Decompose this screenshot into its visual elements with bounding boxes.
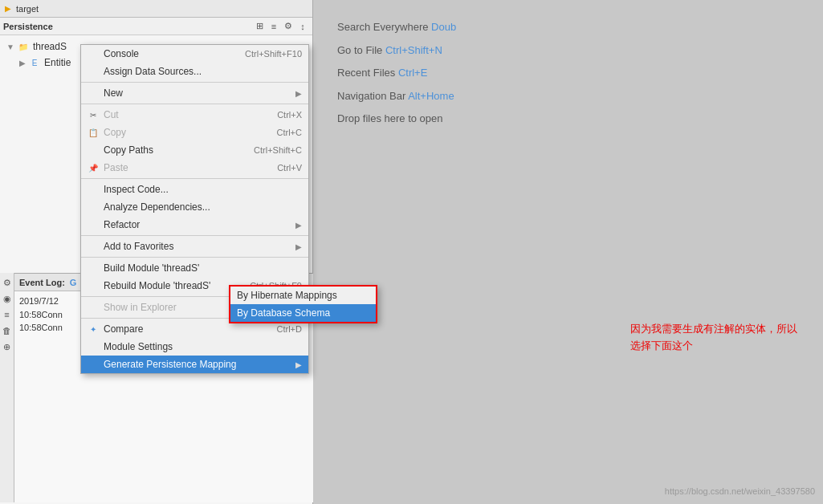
generate-arrow: ▶ [295, 360, 302, 369]
side-icon-5[interactable]: ⊕ [1, 340, 14, 353]
settings-icon[interactable]: ⚙ [282, 20, 295, 33]
shortcut-label-3: Recent Files [337, 67, 395, 79]
rebuild-icon [88, 280, 99, 291]
align-icon[interactable]: ≡ [267, 20, 280, 33]
menu-label-favorites: Add to Favorites [104, 241, 291, 252]
right-area: Search Everywhere Doub Go to File Ctrl+S… [313, 0, 823, 504]
submenu-label-hibernate: By Hibernate Mappings [237, 290, 337, 301]
menu-label-analyze: Analyze Dependencies... [104, 201, 302, 213]
event-log-status: G [70, 278, 77, 287]
menu-label-module-settings: Module Settings [104, 341, 302, 352]
menu-label-new: New [104, 87, 291, 99]
annotation-content: 因为我需要生成有注解的实体，所以选择下面这个 [630, 323, 797, 352]
menu-item-paste: 📌 Paste Ctrl+V [81, 159, 308, 177]
log-date-1: 2019/7/12 [19, 296, 59, 306]
shortcut-label-1: Search Everywhere [337, 21, 428, 33]
submenu-item-hibernate[interactable]: By Hibernate Mappings [230, 287, 376, 304]
menu-label-compare: Compare [104, 323, 272, 335]
breadcrumb-arrow: ▶ [5, 4, 11, 13]
analyze-icon [88, 201, 99, 213]
refactor-arrow: ▶ [295, 221, 302, 230]
shortcut-key-4b: Alt+Home [408, 90, 454, 102]
menu-label-rebuild: Rebuild Module 'threadS' [104, 280, 245, 291]
menu-shortcut-compare: Ctrl+D [277, 324, 302, 334]
entity-icon: E [29, 57, 40, 68]
menu-label-copy: Copy [104, 127, 272, 138]
explorer-icon [88, 302, 99, 313]
menu-item-assign[interactable]: Assign Data Sources... [81, 63, 308, 80]
menu-label-paste: Paste [104, 162, 272, 173]
inspect-icon [88, 184, 99, 195]
menu-label-generate-persistence: Generate Persistence Mapping [104, 359, 291, 370]
menu-item-module-settings[interactable]: Module Settings [81, 338, 308, 356]
cut-icon: ✂ [88, 109, 99, 120]
menu-item-console[interactable]: Console Ctrl+Shift+F10 [81, 45, 308, 63]
event-log-title: Event Log: [19, 278, 65, 287]
menu-label-refactor: Refactor [104, 219, 291, 230]
side-icon-4[interactable]: 🗑 [1, 324, 14, 337]
menu-item-generate-persistence[interactable]: Generate Persistence Mapping ▶ [81, 356, 308, 373]
menu-item-build[interactable]: Build Module 'threadS' [81, 259, 308, 277]
separator-2 [81, 104, 308, 104]
generate-icon [88, 359, 99, 370]
shortcut-label-4: Navigation Bar [337, 90, 405, 102]
menu-item-analyze[interactable]: Analyze Dependencies... [81, 198, 308, 216]
menu-item-copy: 📋 Copy Ctrl+C [81, 124, 308, 141]
menu-shortcut-console: Ctrl+Shift+F10 [245, 49, 302, 59]
expand-icon[interactable]: ↕ [296, 20, 309, 33]
side-icon-1[interactable]: ⚙ [1, 276, 14, 289]
submenu-item-database[interactable]: By Database Schema [230, 304, 376, 322]
shortcut-label-2: Go to File [337, 44, 382, 56]
menu-label-copy-paths: Copy Paths [104, 144, 249, 156]
copy-paths-icon [88, 144, 99, 156]
menu-label-console: Console [104, 48, 240, 59]
favorites-arrow: ▶ [295, 242, 302, 251]
new-arrow: ▶ [295, 89, 302, 98]
shortcut-item-3: Recent Files Ctrl+E [337, 62, 799, 85]
shortcut-key-2b: Ctrl+Shift+N [385, 44, 442, 56]
shortcut-item-1: Search Everywhere Doub [337, 16, 799, 39]
log-text-2: 10:58Conn [19, 323, 63, 332]
folder-icon: 📁 [18, 41, 29, 52]
tree-item-threads-label: threadS [33, 41, 67, 52]
separator-4 [81, 235, 308, 236]
side-icon-2[interactable]: ◉ [1, 292, 14, 305]
menu-item-favorites[interactable]: Add to Favorites ▶ [81, 238, 308, 255]
shortcuts-panel: Search Everywhere Doub Go to File Ctrl+S… [313, 0, 823, 147]
menu-shortcut-paste: Ctrl+V [277, 163, 302, 173]
menu-item-refactor[interactable]: Refactor ▶ [81, 216, 308, 234]
build-icon [88, 262, 99, 274]
menu-shortcut-copy: Ctrl+C [277, 128, 302, 137]
menu-item-copy-paths[interactable]: Copy Paths Ctrl+Shift+C [81, 141, 308, 159]
persistence-toolbar: Persistence ⊞ ≡ ⚙ ↕ [0, 18, 312, 35]
persistence-title: Persistence [3, 22, 251, 31]
submenu: By Hibernate Mappings By Database Schema [229, 285, 377, 323]
console-icon [88, 48, 99, 59]
tree-item-entities-label: Entitie [44, 57, 71, 68]
separator-5 [81, 257, 308, 258]
tree-arrow-entities: ▶ [19, 59, 26, 67]
side-icons-panel: ⚙ ◉ ≡ 🗑 ⊕ [0, 273, 14, 502]
submenu-label-database: By Database Schema [237, 307, 330, 319]
menu-shortcut-cut: Ctrl+X [277, 110, 302, 120]
separator-3 [81, 178, 308, 179]
shortcut-key-1: Doub [431, 21, 456, 33]
side-icon-3[interactable]: ≡ [1, 308, 14, 321]
module-settings-icon [88, 341, 99, 352]
shortcut-item-2: Go to File Ctrl+Shift+N [337, 39, 799, 63]
menu-label-assign: Assign Data Sources... [104, 66, 302, 77]
menu-item-cut: ✂ Cut Ctrl+X [81, 106, 308, 124]
shortcut-key-3b: Ctrl+E [398, 67, 427, 79]
menu-item-new[interactable]: New ▶ [81, 84, 308, 102]
menu-item-inspect[interactable]: Inspect Code... [81, 181, 308, 198]
menu-label-inspect: Inspect Code... [104, 184, 302, 195]
log-text-1: 10:58Conn [19, 310, 63, 319]
breadcrumb-bar: ▶ target [0, 0, 312, 18]
favorites-icon [88, 241, 99, 252]
watermark-text: https://blog.csdn.net/weixin_43397580 [665, 486, 815, 496]
shortcut-item-5: Drop files here to open [337, 108, 799, 131]
breadcrumb-label: target [16, 4, 39, 14]
layout-icon[interactable]: ⊞ [253, 20, 266, 33]
shortcut-item-4: Navigation Bar Alt+Home [337, 85, 799, 108]
new-icon [88, 87, 99, 99]
